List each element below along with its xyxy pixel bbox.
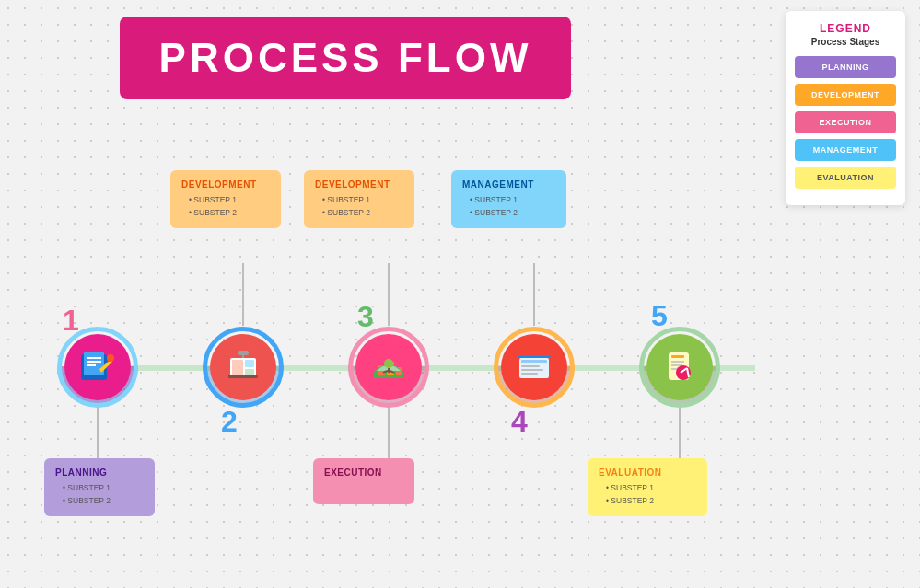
svg-rect-24 (521, 373, 538, 375)
svg-rect-21 (521, 360, 547, 363)
svg-point-18 (384, 359, 393, 368)
node-management (494, 327, 575, 408)
svg-point-6 (107, 354, 114, 362)
node-development-inner (210, 334, 276, 400)
legend-subtitle: Process Stages (795, 37, 896, 47)
connector-line-4 (533, 263, 535, 326)
page-title: PROCESS FLOW (159, 35, 532, 81)
main-container: PROCESS FLOW (0, 0, 920, 588)
node-planning (57, 327, 138, 408)
legend-panel: LEGEND Process Stages PLANNING DEVELOPME… (786, 11, 905, 205)
node-number-1: 1 (63, 304, 79, 338)
box-dev1-step2: SUBSTEP 2 (189, 207, 270, 220)
node-number-4: 4 (511, 405, 528, 439)
node-number-3: 3 (357, 300, 374, 334)
box-dev2-step1: SUBSTEP 1 (322, 194, 403, 207)
box-evaluation-step2: SUBSTEP 2 (606, 495, 696, 508)
info-box-development2: DEVELOPMENT SUBSTEP 1 SUBSTEP 2 (304, 170, 414, 228)
legend-planning: PLANNING (795, 56, 896, 78)
info-box-planning: PLANNING SUBSTEP 1 SUBSTEP 2 (44, 458, 155, 516)
legend-management: MANAGEMENT (795, 139, 896, 161)
info-box-execution: EXECUTION (313, 458, 414, 504)
box-dev1-title: DEVELOPMENT (181, 179, 270, 190)
legend-development: DEVELOPMENT (795, 84, 896, 106)
planning-icon (76, 345, 120, 389)
box-execution-title: EXECUTION (324, 467, 403, 478)
info-box-management: MANAGEMENT SUBSTEP 1 SUBSTEP 2 (451, 170, 566, 228)
connector-line-1 (97, 405, 99, 458)
svg-rect-8 (232, 360, 243, 376)
box-management-title: MANAGEMENT (462, 179, 555, 190)
connector-line-2 (242, 263, 244, 326)
node-management-inner (501, 334, 567, 400)
box-evaluation-title: EVALUATION (599, 467, 696, 478)
box-dev1-step1: SUBSTEP 1 (189, 194, 270, 207)
box-evaluation-step1: SUBSTEP 1 (606, 482, 696, 495)
execution-icon (367, 345, 411, 389)
node-development (203, 327, 284, 408)
svg-rect-27 (671, 355, 684, 358)
node-execution (348, 327, 429, 408)
legend-execution: EXECUTION (795, 111, 896, 133)
connector-line-3 (388, 263, 390, 326)
box-planning-step1: SUBSTEP 1 (63, 482, 144, 495)
info-box-evaluation: EVALUATION SUBSTEP 1 SUBSTEP 2 (588, 458, 707, 516)
svg-rect-13 (238, 351, 249, 355)
svg-rect-23 (521, 369, 543, 371)
management-icon (512, 345, 556, 389)
box-management-step2: SUBSTEP 2 (470, 207, 555, 220)
box-dev2-step2: SUBSTEP 2 (322, 207, 403, 220)
node-planning-inner (64, 334, 131, 400)
node-execution-inner (355, 334, 422, 400)
svg-rect-22 (521, 365, 540, 367)
legend-evaluation: EVALUATION (795, 167, 896, 189)
box-management-step1: SUBSTEP 1 (470, 194, 555, 207)
svg-rect-25 (518, 356, 551, 358)
connector-line-3b (388, 408, 390, 458)
svg-rect-9 (245, 360, 254, 367)
node-evaluation (639, 327, 720, 408)
box-planning-step2: SUBSTEP 2 (63, 495, 144, 508)
connector-line-5 (679, 408, 681, 458)
box-dev2-title: DEVELOPMENT (315, 179, 403, 190)
svg-rect-11 (228, 375, 258, 378)
box-planning-title: PLANNING (55, 467, 144, 478)
development-icon (221, 345, 265, 389)
info-box-development1: DEVELOPMENT SUBSTEP 1 SUBSTEP 2 (170, 170, 281, 228)
node-evaluation-inner (646, 334, 713, 400)
evaluation-icon (658, 345, 702, 389)
legend-title: LEGEND (795, 22, 896, 35)
node-number-2: 2 (221, 405, 238, 439)
title-banner: PROCESS FLOW (120, 17, 571, 99)
node-number-5: 5 (651, 299, 668, 333)
